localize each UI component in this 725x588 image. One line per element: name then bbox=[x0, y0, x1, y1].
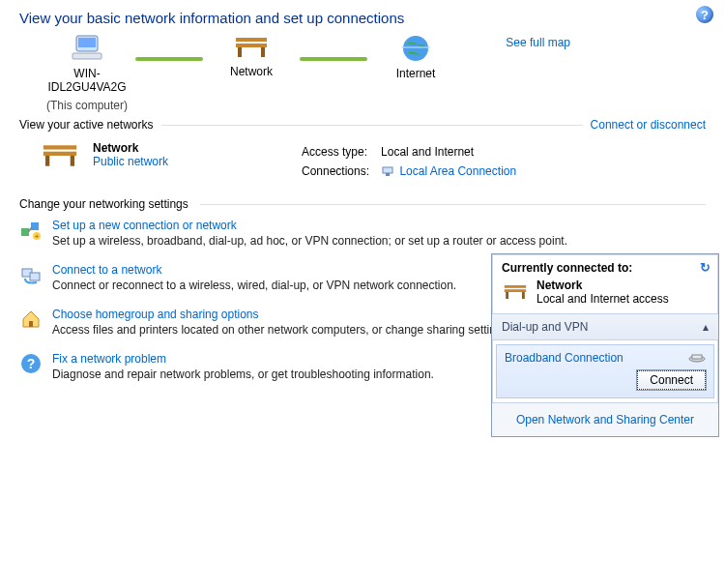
task-title[interactable]: Fix a network problem bbox=[52, 352, 166, 366]
flyout-item-broadband[interactable]: Broadband Connection Connect bbox=[496, 344, 714, 398]
setup-connection-icon: + bbox=[19, 219, 43, 242]
connections-label: Connections: bbox=[302, 162, 379, 180]
chevron-up-icon: ▴ bbox=[703, 320, 709, 334]
svg-rect-3 bbox=[236, 38, 267, 42]
access-type-value: Local and Internet bbox=[381, 143, 526, 161]
svg-rect-11 bbox=[45, 156, 49, 166]
map-node-computer: WIN-IDL2GU4VA2G (This computer) bbox=[39, 34, 135, 112]
bench-icon bbox=[502, 282, 529, 302]
help-icon: ? bbox=[19, 352, 43, 375]
map-label: WIN-IDL2GU4VA2G bbox=[39, 67, 135, 95]
connect-disconnect-link[interactable]: Connect or disconnect bbox=[591, 118, 706, 132]
map-sublabel: (This computer) bbox=[46, 99, 128, 112]
task-title[interactable]: Connect to a network bbox=[52, 263, 161, 277]
svg-rect-5 bbox=[238, 47, 242, 57]
svg-rect-14 bbox=[386, 173, 390, 176]
connection-link[interactable]: Local Area Connection bbox=[399, 164, 516, 178]
access-type-label: Access type: bbox=[302, 143, 379, 161]
network-category-link[interactable]: Public network bbox=[93, 155, 168, 168]
flyout-net-name: Network bbox=[536, 279, 669, 292]
page-title: View your basic network information and … bbox=[0, 0, 725, 34]
map-node-network: Network bbox=[203, 34, 300, 78]
help-icon[interactable]: ? bbox=[696, 6, 715, 25]
refresh-icon[interactable]: ↻ bbox=[700, 260, 710, 275]
map-label: Internet bbox=[396, 67, 436, 80]
computer-icon bbox=[71, 34, 103, 63]
network-flyout: Currently connected to: ↻ Network Local … bbox=[491, 253, 719, 437]
map-connector bbox=[135, 57, 203, 61]
map-node-internet: Internet bbox=[367, 34, 464, 80]
svg-text:+: + bbox=[35, 232, 40, 241]
task-setup-connection[interactable]: + Set up a new connection or network Set… bbox=[19, 211, 706, 255]
svg-rect-6 bbox=[261, 47, 265, 57]
homegroup-icon bbox=[19, 308, 43, 331]
svg-rect-8 bbox=[401, 46, 430, 48]
flyout-current-network[interactable]: Network Local and Internet access bbox=[492, 279, 718, 313]
map-connector bbox=[300, 57, 367, 61]
divider bbox=[200, 204, 706, 205]
svg-rect-20 bbox=[30, 273, 40, 280]
task-desc: Connect or reconnect to a wireless, wire… bbox=[52, 279, 456, 292]
change-settings-label: Change your networking settings bbox=[19, 197, 188, 211]
active-network-item: Network Public network bbox=[39, 141, 280, 170]
flyout-heading: Currently connected to: bbox=[502, 261, 632, 275]
connect-network-icon bbox=[19, 263, 43, 286]
task-desc: Set up a wireless, broadband, dial-up, a… bbox=[52, 234, 567, 248]
bench-icon bbox=[232, 34, 271, 61]
network-name: Network bbox=[93, 141, 168, 155]
flyout-section-dialup[interactable]: Dial-up and VPN ▴ bbox=[492, 313, 718, 340]
lan-icon bbox=[381, 164, 394, 178]
svg-text:?: ? bbox=[27, 356, 36, 371]
connect-button[interactable]: Connect bbox=[637, 370, 706, 390]
task-desc: Diagnose and repair network problems, or… bbox=[52, 368, 434, 381]
svg-rect-26 bbox=[506, 292, 508, 299]
task-desc: Access files and printers located on oth… bbox=[52, 323, 511, 337]
flyout-net-access: Local and Internet access bbox=[536, 292, 669, 306]
task-title[interactable]: Choose homegroup and sharing options bbox=[52, 308, 258, 321]
network-map: See full map WIN-IDL2GU4VA2G (This compu… bbox=[0, 34, 725, 112]
svg-rect-12 bbox=[71, 156, 74, 166]
open-network-center-link[interactable]: Open Network and Sharing Center bbox=[516, 413, 694, 426]
svg-rect-16 bbox=[31, 222, 39, 230]
svg-rect-9 bbox=[44, 145, 76, 149]
map-label: Network bbox=[230, 65, 273, 78]
svg-rect-13 bbox=[383, 167, 392, 173]
bench-icon bbox=[39, 141, 81, 170]
svg-rect-24 bbox=[505, 285, 526, 288]
svg-rect-29 bbox=[692, 355, 702, 359]
divider bbox=[161, 125, 583, 126]
svg-rect-10 bbox=[44, 152, 76, 156]
svg-rect-4 bbox=[236, 44, 267, 47]
modem-icon bbox=[688, 352, 706, 364]
svg-rect-2 bbox=[72, 53, 102, 59]
svg-rect-21 bbox=[29, 321, 33, 327]
see-full-map-link[interactable]: See full map bbox=[506, 36, 570, 49]
task-title[interactable]: Set up a new connection or network bbox=[52, 219, 237, 232]
svg-rect-1 bbox=[78, 38, 96, 47]
flyout-item-label[interactable]: Broadband Connection bbox=[505, 351, 624, 365]
active-networks-label: View your active networks bbox=[19, 118, 154, 132]
svg-rect-25 bbox=[505, 289, 526, 292]
globe-icon bbox=[401, 34, 430, 63]
svg-rect-27 bbox=[522, 292, 525, 299]
flyout-section-label: Dial-up and VPN bbox=[502, 320, 588, 334]
svg-rect-15 bbox=[21, 228, 29, 236]
